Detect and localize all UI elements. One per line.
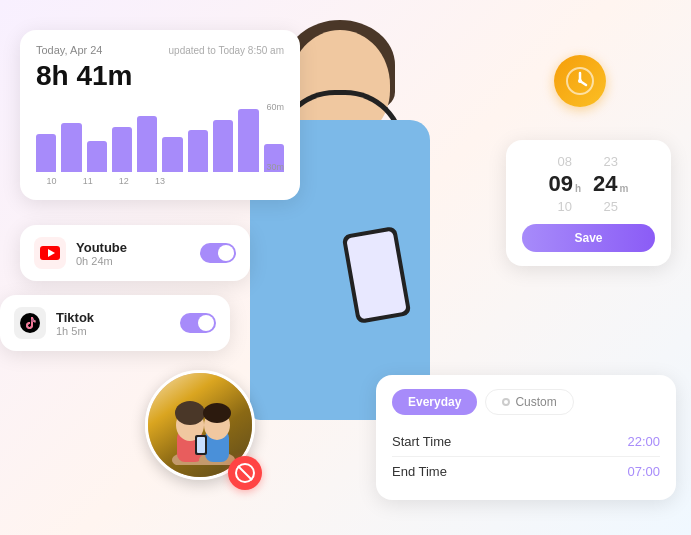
youtube-app-info: Youtube 0h 24m — [34, 237, 127, 269]
bar-chart: 60m 30m — [36, 102, 284, 172]
stats-date: Today, Apr 24 — [36, 44, 102, 56]
time-picker-card: 08 09h 10 23 24m 25 Save — [506, 140, 671, 266]
end-time-row: End Time 07:00 — [392, 457, 660, 486]
hour-below: 10 — [558, 199, 572, 214]
x-label-pad3 — [253, 176, 284, 186]
tiktok-info: Tiktok 1h 5m — [56, 310, 94, 337]
svg-point-11 — [175, 401, 205, 425]
minute-unit: m — [620, 183, 629, 194]
youtube-icon-container — [34, 237, 66, 269]
y-label-30: 30m — [266, 162, 284, 172]
save-button[interactable]: Save — [522, 224, 655, 252]
clock-icon-container — [554, 55, 606, 107]
youtube-name: Youtube — [76, 240, 127, 255]
end-time-value: 07:00 — [627, 464, 660, 479]
bar-6 — [162, 137, 182, 172]
time-picker: 08 09h 10 23 24m 25 — [522, 154, 655, 214]
stats-updated: updated to Today 8:50 am — [169, 45, 284, 56]
couple-illustration — [155, 385, 245, 465]
minute-column: 23 24m 25 — [593, 154, 628, 214]
start-time-label: Start Time — [392, 434, 451, 449]
x-label-pad — [181, 176, 212, 186]
bar-4 — [112, 127, 132, 173]
stats-header: Today, Apr 24 updated to Today 8:50 am — [36, 44, 284, 56]
schedule-card: Everyday Custom Start Time 22:00 End Tim… — [376, 375, 676, 500]
y-label-60: 60m — [266, 102, 284, 112]
svg-line-7 — [580, 81, 586, 85]
x-label-11: 11 — [72, 176, 103, 186]
youtube-icon — [40, 246, 60, 260]
block-icon-container — [228, 456, 262, 490]
chart-y-labels: 60m 30m — [266, 102, 284, 172]
svg-point-15 — [203, 403, 231, 423]
x-label-13: 13 — [144, 176, 175, 186]
tiktok-icon — [20, 313, 40, 333]
tiktok-name: Tiktok — [56, 310, 94, 325]
end-time-label: End Time — [392, 464, 447, 479]
bar-1 — [36, 134, 56, 173]
hour-unit: h — [575, 183, 581, 194]
block-icon — [235, 463, 255, 483]
hour-column: 08 09h 10 — [549, 154, 582, 214]
youtube-toggle[interactable] — [200, 243, 236, 263]
x-label-12: 12 — [108, 176, 139, 186]
start-time-value: 22:00 — [627, 434, 660, 449]
tab-everyday[interactable]: Everyday — [392, 389, 477, 415]
svg-line-19 — [238, 466, 252, 480]
custom-tab-dot — [502, 398, 510, 406]
tiktok-toggle[interactable] — [180, 313, 216, 333]
youtube-card: Youtube 0h 24m — [20, 225, 250, 281]
tiktok-time: 1h 5m — [56, 325, 94, 337]
tab-custom-label: Custom — [515, 395, 556, 409]
bar-9 — [238, 109, 258, 172]
start-time-row: Start Time 22:00 — [392, 427, 660, 457]
stats-total-time: 8h 41m — [36, 60, 284, 92]
minute-active: 24m — [593, 171, 628, 197]
schedule-tabs: Everyday Custom — [392, 389, 660, 415]
youtube-time: 0h 24m — [76, 255, 127, 267]
clock-icon — [566, 67, 594, 95]
x-label-pad2 — [217, 176, 248, 186]
hour-active: 09h — [549, 171, 582, 197]
x-label-10: 10 — [36, 176, 67, 186]
tab-custom[interactable]: Custom — [485, 389, 573, 415]
tiktok-app-info: Tiktok 1h 5m — [14, 307, 94, 339]
tiktok-card: Tiktok 1h 5m — [0, 295, 230, 351]
youtube-info: Youtube 0h 24m — [76, 240, 127, 267]
stats-card: Today, Apr 24 updated to Today 8:50 am 8… — [20, 30, 300, 200]
bar-3 — [87, 141, 107, 173]
svg-rect-17 — [197, 437, 205, 453]
minute-above: 23 — [604, 154, 618, 169]
bar-8 — [213, 120, 233, 173]
minute-below: 25 — [604, 199, 618, 214]
bar-2 — [61, 123, 81, 172]
chart-x-labels: 10 11 12 13 — [36, 176, 284, 186]
tiktok-icon-container — [14, 307, 46, 339]
bar-7 — [188, 130, 208, 172]
bar-5 — [137, 116, 157, 172]
hour-above: 08 — [558, 154, 572, 169]
